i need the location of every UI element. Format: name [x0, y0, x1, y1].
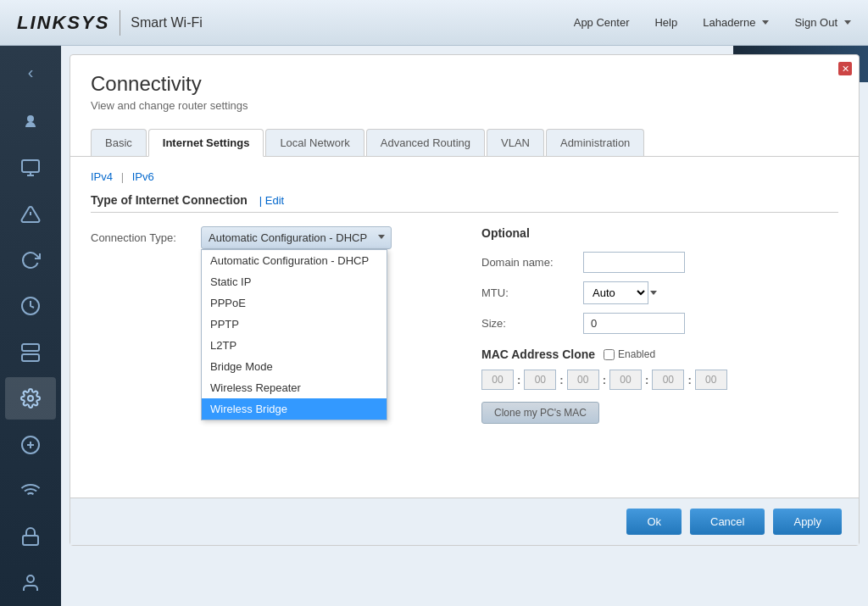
dropdown-item-wireless-bridge[interactable]: Wireless Bridge — [202, 398, 387, 420]
tab-local-network[interactable]: Local Network — [265, 129, 364, 156]
mac-address-clone-section: MAC Address Clone Enabled : : — [481, 347, 838, 424]
smart-wifi-label: Smart Wi-Fi — [131, 15, 202, 31]
mtu-select-caret — [650, 291, 657, 295]
two-column-layout: Connection Type: Automatic Configuration… — [91, 226, 838, 424]
ipv6-link[interactable]: IPv6 — [132, 170, 154, 183]
size-row: Size: — [481, 313, 838, 334]
mac-enabled-label: Enabled — [604, 348, 655, 360]
sidebar-back-button[interactable]: ‹ — [9, 54, 52, 91]
svg-rect-8 — [22, 354, 39, 361]
connection-type-row: Connection Type: Automatic Configuration… — [91, 226, 448, 249]
svg-point-17 — [27, 575, 34, 582]
sidebar-item-speed[interactable] — [5, 239, 56, 281]
mac-enabled-checkbox[interactable] — [604, 349, 615, 360]
tab-vlan[interactable]: VLAN — [487, 129, 544, 156]
edit-link[interactable]: | Edit — [259, 194, 284, 207]
svg-rect-16 — [23, 536, 38, 545]
connection-type-value: Automatic Configuration - DHCP — [209, 231, 367, 244]
tab-advanced-routing[interactable]: Advanced Routing — [366, 129, 485, 156]
panel-subtitle: View and change router settings — [91, 99, 838, 112]
tabs-bar: Basic Internet Settings Local Network Ad… — [70, 129, 859, 157]
sidebar-item-update[interactable] — [5, 423, 56, 465]
ip-version-links: IPv4 | IPv6 — [91, 170, 838, 183]
section-header: Type of Internet Connection | Edit — [91, 193, 838, 213]
logo-divider — [120, 10, 120, 36]
mac-octet-6[interactable] — [695, 370, 727, 390]
mac-octet-3[interactable] — [567, 370, 599, 390]
sign-out-button[interactable]: Sign Out — [794, 16, 851, 29]
svg-rect-7 — [22, 344, 39, 351]
ok-button[interactable]: Ok — [626, 509, 682, 535]
domain-name-label: Domain name: — [481, 256, 583, 269]
sidebar-item-settings[interactable] — [5, 377, 56, 420]
mac-sep-3: : — [603, 374, 606, 386]
svg-rect-1 — [22, 160, 39, 172]
help-link[interactable]: Help — [654, 16, 677, 29]
dropdown-item-auto-dhcp[interactable]: Automatic Configuration - DHCP — [202, 250, 387, 271]
tab-basic[interactable]: Basic — [91, 129, 147, 156]
connection-type-label: Connection Type: — [91, 231, 201, 244]
ipv4-link[interactable]: IPv4 — [91, 170, 113, 183]
apply-button[interactable]: Apply — [773, 509, 842, 535]
dropdown-item-bridge-mode[interactable]: Bridge Mode — [202, 356, 387, 377]
sidebar-item-devices[interactable] — [5, 147, 56, 189]
left-column: Connection Type: Automatic Configuration… — [91, 226, 448, 424]
dropdown-item-l2tp[interactable]: L2TP — [202, 335, 387, 356]
ip-separator: | — [121, 170, 127, 183]
mac-sep-2: : — [559, 374, 563, 386]
mac-sep-4: : — [645, 374, 648, 386]
mac-octet-4[interactable] — [609, 370, 642, 390]
top-header: LINKSYS Smart Wi-Fi App Center Help Laha… — [0, 0, 868, 46]
mac-clone-label: MAC Address Clone — [481, 347, 595, 361]
sidebar-item-wifi[interactable] — [5, 470, 56, 512]
mtu-row: MTU: Auto Manual — [481, 281, 838, 304]
username-label: Lahaderne — [703, 16, 755, 29]
sidebar-item-network[interactable] — [5, 331, 56, 374]
mtu-label: MTU: — [481, 286, 583, 299]
domain-name-row: Domain name: — [481, 252, 838, 273]
panel-close-button[interactable]: ✕ — [838, 62, 852, 75]
right-column: Optional Domain name: MTU: Auto Manual — [481, 226, 838, 424]
user-menu[interactable]: Lahaderne — [703, 16, 769, 29]
domain-name-input[interactable] — [583, 252, 685, 273]
size-input[interactable] — [583, 313, 685, 334]
main-layout: ‹ — [0, 46, 868, 606]
dropdown-item-pppoe[interactable]: PPPoE — [202, 292, 387, 314]
svg-point-11 — [28, 396, 33, 401]
dropdown-item-pptp[interactable]: PPTP — [202, 314, 387, 335]
connection-type-menu: Automatic Configuration - DHCP Static IP… — [201, 249, 387, 420]
sidebar: ‹ — [0, 46, 61, 606]
sidebar-item-user[interactable] — [5, 562, 56, 604]
tab-administration[interactable]: Administration — [546, 129, 644, 156]
mac-enabled-text: Enabled — [618, 348, 655, 360]
header-nav: App Center Help Lahaderne Sign Out — [574, 16, 851, 29]
mac-octet-2[interactable] — [524, 370, 556, 390]
dropdown-item-static-ip[interactable]: Static IP — [202, 271, 387, 292]
user-dropdown-icon — [762, 20, 769, 25]
mac-octet-1[interactable] — [481, 370, 514, 390]
panel-header: Connectivity View and change router sett… — [70, 55, 859, 120]
sidebar-item-alerts[interactable] — [5, 192, 56, 235]
content-area: WRT1200AC ✕ Connectivity View and change… — [61, 46, 868, 606]
mac-octet-5[interactable] — [652, 370, 684, 390]
sidebar-item-time[interactable] — [5, 285, 56, 327]
connection-type-caret — [378, 235, 385, 239]
panel: ✕ Connectivity View and change router se… — [70, 54, 860, 546]
cancel-button[interactable]: Cancel — [690, 509, 765, 535]
mtu-select[interactable]: Auto Manual — [583, 281, 648, 304]
panel-body: IPv4 | IPv6 Type of Internet Connection … — [70, 157, 859, 437]
app-center-link[interactable]: App Center — [574, 16, 630, 29]
sidebar-item-dashboard[interactable] — [5, 101, 56, 143]
sidebar-item-security[interactable] — [5, 515, 56, 558]
size-label: Size: — [481, 317, 583, 330]
tab-internet-settings[interactable]: Internet Settings — [148, 129, 264, 157]
optional-title: Optional — [481, 226, 838, 240]
clone-mac-button[interactable]: Clone my PC's MAC — [481, 402, 599, 424]
mac-sep-1: : — [517, 374, 520, 386]
svg-point-0 — [27, 115, 34, 122]
mac-address-fields: : : : : : — [481, 370, 838, 390]
connection-type-dropdown-wrapper: Automatic Configuration - DHCP Automatic… — [201, 226, 392, 249]
connection-type-select[interactable]: Automatic Configuration - DHCP — [201, 226, 392, 249]
mac-clone-title: MAC Address Clone Enabled — [481, 347, 838, 361]
dropdown-item-wireless-repeater[interactable]: Wireless Repeater — [202, 377, 387, 398]
